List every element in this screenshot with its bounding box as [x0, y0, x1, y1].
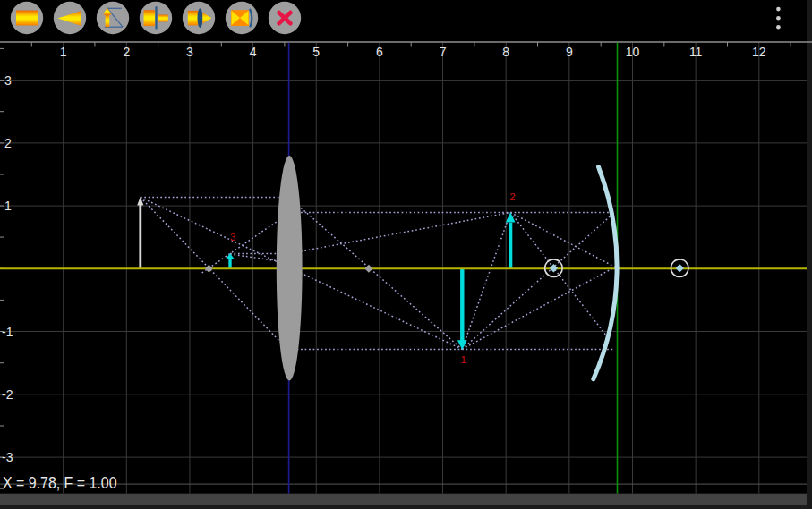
svg-text:8: 8 — [502, 45, 509, 59]
svg-text:3: 3 — [4, 73, 12, 88]
svg-text:-3: -3 — [2, 450, 13, 464]
svg-text:2: 2 — [123, 45, 130, 59]
svg-text:9: 9 — [566, 45, 573, 59]
svg-text:2: 2 — [509, 191, 515, 202]
svg-text:-2: -2 — [2, 387, 13, 402]
svg-text:2: 2 — [4, 136, 12, 150]
svg-text:7: 7 — [440, 45, 447, 59]
svg-text:-1: -1 — [2, 325, 13, 339]
svg-text:1: 1 — [60, 45, 67, 59]
svg-text:5: 5 — [312, 45, 320, 59]
svg-text:6: 6 — [376, 45, 383, 59]
svg-text:10: 10 — [626, 45, 640, 59]
svg-text:3: 3 — [186, 45, 193, 59]
svg-text:11: 11 — [689, 45, 703, 59]
svg-text:1: 1 — [4, 199, 12, 213]
svg-text:4: 4 — [250, 45, 257, 59]
svg-text:3: 3 — [230, 232, 235, 242]
svg-text:1: 1 — [461, 354, 466, 365]
svg-text:X = 9.78, F = 1.00: X = 9.78, F = 1.00 — [3, 473, 117, 492]
svg-text:12: 12 — [752, 45, 766, 59]
